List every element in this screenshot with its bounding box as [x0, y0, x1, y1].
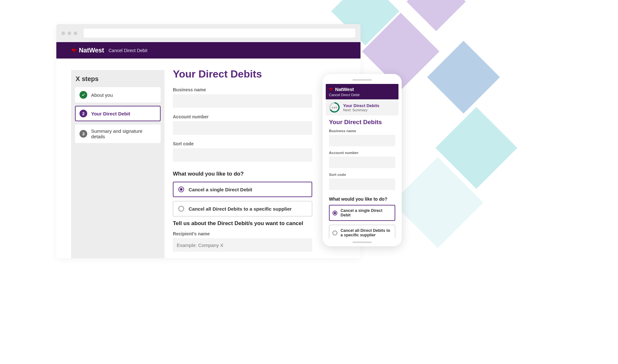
details-heading: Tell us about the Direct Debit/s you wan… — [173, 220, 312, 227]
svg-point-1 — [74, 49, 76, 50]
option-cancel-all-supplier[interactable]: Cancel all Direct Debits to a specific s… — [173, 201, 312, 216]
progress-counter: 2 of 3 — [332, 106, 337, 109]
radio-icon — [178, 187, 184, 192]
svg-point-3 — [330, 88, 331, 90]
option-cancel-single[interactable]: Cancel a single Direct Debit — [329, 205, 395, 221]
option-label: Cancel all Direct Debits to a specific s… — [189, 206, 292, 212]
phone-screen: NatWest Cancel Direct Debit 2 of 3 Your … — [326, 84, 398, 238]
action-heading: What would you like to do? — [173, 171, 312, 177]
label-business-name: Business name — [173, 87, 312, 92]
label-sort-code: Sort code — [173, 141, 312, 146]
option-cancel-all-supplier[interactable]: Cancel all Direct Debits to a specific s… — [329, 225, 395, 238]
phone-home-indicator — [352, 241, 372, 243]
mobile-app-header: NatWest Cancel Direct Debit — [326, 84, 398, 99]
app-subtitle: Cancel Direct Debit — [108, 48, 147, 53]
svg-point-5 — [330, 89, 332, 91]
mobile-progress-next: Next: Summary — [343, 108, 379, 112]
steps-sidebar: X steps About you 2 Your Direct Debit 3 … — [71, 70, 164, 258]
option-cancel-single[interactable]: Cancel a single Direct Debit — [173, 182, 312, 197]
svg-point-0 — [72, 49, 74, 50]
svg-point-4 — [331, 88, 333, 90]
mobile-form-body: Your Direct Debits Business name Account… — [326, 115, 398, 238]
step-about-you[interactable]: About you — [75, 87, 161, 103]
step-label: Summary and signature details — [91, 128, 156, 139]
decorative-diamond — [407, 0, 466, 31]
brand-logo: NatWest — [71, 47, 104, 54]
radio-icon — [332, 211, 337, 215]
input-account-number[interactable] — [329, 157, 395, 168]
label-account-number: Account number — [329, 151, 395, 155]
input-business-name[interactable] — [173, 94, 312, 108]
input-account-number[interactable] — [173, 121, 312, 135]
label-recipient-name: Recipient's name — [173, 231, 312, 236]
option-label: Cancel a single Direct Debit — [341, 208, 392, 217]
input-sort-code[interactable] — [329, 178, 395, 190]
progress-ring-icon: 2 of 3 — [329, 102, 340, 113]
input-business-name[interactable] — [329, 135, 395, 146]
brand-logo: NatWest — [329, 86, 354, 92]
phone-mock: NatWest Cancel Direct Debit 2 of 3 Your … — [323, 74, 402, 246]
input-sort-code[interactable] — [173, 148, 312, 162]
step-summary-signature[interactable]: 3 Summary and signature details — [75, 124, 161, 143]
action-heading: What would you like to do? — [329, 196, 395, 202]
input-recipient-name[interactable] — [173, 238, 312, 252]
natwest-logo-icon — [71, 48, 77, 53]
label-business-name: Business name — [329, 129, 395, 133]
brand-name: NatWest — [79, 47, 104, 54]
address-bar[interactable] — [84, 29, 355, 38]
step-label: Your Direct Debit — [91, 111, 130, 116]
browser-chrome-bar — [56, 24, 360, 42]
phone-speaker — [352, 79, 372, 81]
option-label: Cancel a single Direct Debit — [189, 187, 252, 192]
svg-point-2 — [73, 50, 75, 52]
label-account-number: Account number — [173, 114, 312, 119]
app-header: NatWest Cancel Direct Debit — [56, 42, 360, 59]
step-label: About you — [91, 92, 113, 98]
radio-icon — [178, 206, 184, 212]
step-number-badge: 3 — [80, 130, 87, 138]
step-number-badge: 2 — [80, 110, 87, 117]
page-title: Your Direct Debits — [329, 119, 395, 126]
label-sort-code: Sort code — [329, 173, 395, 177]
traffic-light-dot — [68, 32, 71, 35]
option-label: Cancel all Direct Debits to a specific s… — [341, 228, 392, 237]
traffic-light-dot — [74, 32, 77, 35]
app-subtitle: Cancel Direct Debit — [329, 93, 395, 97]
step-your-direct-debit[interactable]: 2 Your Direct Debit — [75, 106, 161, 121]
check-icon — [80, 91, 87, 99]
page-title: Your Direct Debits — [173, 68, 312, 80]
brand-name: NatWest — [335, 86, 354, 92]
sidebar-title: X steps — [75, 75, 161, 83]
browser-window: NatWest Cancel Direct Debit X steps Abou… — [56, 24, 360, 258]
mobile-progress-bar: 2 of 3 Your Direct Debits Next: Summary — [326, 99, 398, 115]
traffic-light-dot — [61, 32, 65, 35]
radio-icon — [332, 231, 337, 235]
natwest-logo-icon — [329, 87, 333, 91]
mobile-progress-title: Your Direct Debits — [343, 103, 379, 108]
